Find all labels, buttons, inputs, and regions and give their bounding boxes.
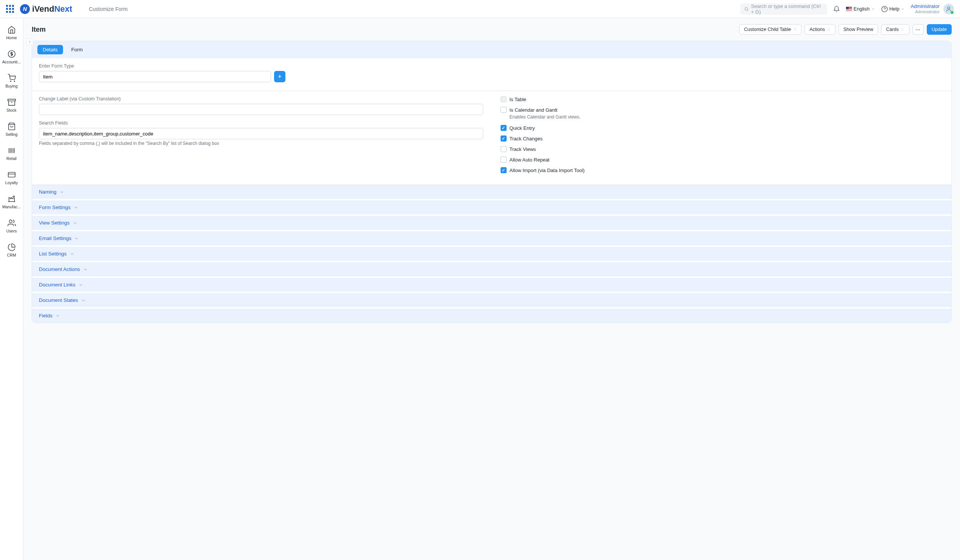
chevron-right-icon bbox=[28, 40, 32, 44]
add-form-type-button[interactable]: + bbox=[274, 71, 285, 82]
chevron-down-icon bbox=[83, 267, 88, 272]
help-label: Help bbox=[890, 6, 899, 12]
checkbox-row-auto-repeat[interactable]: Allow Auto Repeat bbox=[501, 156, 945, 163]
accordion-form-settings[interactable]: Form Settings bbox=[32, 200, 951, 216]
checkbox-track-views[interactable] bbox=[501, 146, 507, 152]
accordion-document-states[interactable]: Document States bbox=[32, 293, 951, 309]
sidebar-item-label: Stock bbox=[6, 108, 16, 112]
logo-badge-icon: N bbox=[20, 4, 30, 14]
more-menu-button[interactable]: ⋯ bbox=[912, 24, 924, 35]
user-name: Administrator bbox=[910, 3, 939, 10]
sidebar-item-home[interactable]: Home bbox=[0, 24, 23, 41]
checkbox-help: Enables Calendar and Gantt views. bbox=[510, 114, 945, 120]
sidebar-item-label: Loyalty bbox=[5, 180, 18, 185]
home-icon bbox=[8, 26, 16, 34]
cards-button[interactable]: Cards⋮ bbox=[881, 24, 909, 35]
svg-point-7 bbox=[14, 81, 15, 81]
card-icon bbox=[8, 171, 16, 179]
accordion-title: Document States bbox=[39, 297, 78, 303]
chevron-down-icon bbox=[60, 190, 64, 194]
accordion-email-settings[interactable]: Email Settings bbox=[32, 231, 951, 247]
form-type-label: Enter Form Type bbox=[39, 64, 944, 69]
search-fields-label: Search Fields bbox=[39, 120, 483, 126]
sidebar-item-label: Accounti... bbox=[2, 60, 21, 64]
sidebar-item-label: Selling bbox=[6, 132, 18, 137]
checkbox-quick-entry[interactable] bbox=[501, 125, 507, 131]
accordion-document-links[interactable]: Document Links bbox=[32, 278, 951, 293]
sidebar-item-label: CRM bbox=[7, 253, 16, 257]
checkbox-label: Quick Entry bbox=[510, 125, 535, 131]
customize-child-table-button[interactable]: Customize Child Table⋮ bbox=[739, 24, 802, 35]
search-fields-input[interactable] bbox=[39, 128, 483, 139]
factory-icon bbox=[8, 195, 16, 203]
checkbox-is-table bbox=[501, 96, 507, 102]
checkbox-label: Is Table bbox=[510, 97, 526, 102]
show-preview-button[interactable]: Show Preview bbox=[838, 24, 878, 35]
accordion-fields[interactable]: Fields bbox=[32, 309, 951, 323]
chevron-down-icon bbox=[74, 205, 78, 210]
sidebar-item-users[interactable]: Users bbox=[0, 217, 23, 235]
sidebar-item-barcode[interactable]: Retail bbox=[0, 145, 23, 162]
accordion-document-actions[interactable]: Document Actions bbox=[32, 262, 951, 278]
checkbox-label: Allow Import (via Data Import Tool) bbox=[510, 168, 585, 173]
topbar: N iVendNext Customize Form Search or typ… bbox=[0, 0, 960, 18]
user-role: Administrator bbox=[910, 10, 939, 14]
dollar-icon bbox=[8, 50, 16, 58]
checkbox-label: Track Changes bbox=[510, 136, 543, 142]
checkbox-auto-repeat[interactable] bbox=[501, 156, 507, 163]
language-label: English bbox=[854, 6, 870, 12]
search-input[interactable]: Search or type a command (Ctrl + G) bbox=[740, 3, 827, 15]
update-button[interactable]: Update bbox=[927, 24, 952, 35]
accordion-list-settings[interactable]: List Settings bbox=[32, 247, 951, 262]
sidebar-item-dollar[interactable]: Accounti... bbox=[0, 48, 23, 65]
actions-button[interactable]: Actions⋮ bbox=[805, 24, 835, 35]
accordion-title: Document Links bbox=[39, 282, 75, 287]
sidebar-item-bag[interactable]: Selling bbox=[0, 121, 23, 138]
apps-menu-icon[interactable] bbox=[6, 5, 14, 13]
svg-point-17 bbox=[9, 220, 12, 223]
box-icon bbox=[8, 98, 16, 107]
checkbox-row-track-changes[interactable]: Track Changes bbox=[501, 136, 945, 142]
chevron-down-icon bbox=[74, 236, 79, 241]
sidebar-item-cart[interactable]: Buying bbox=[0, 72, 23, 90]
checkbox-allow-import[interactable] bbox=[501, 167, 507, 173]
checkbox-row-is-calendar[interactable]: Is Calendar and Gantt bbox=[501, 107, 945, 113]
main-content: Item Customize Child Table⋮ Actions⋮ Sho… bbox=[23, 18, 960, 560]
app-logo[interactable]: N iVendNext bbox=[20, 4, 72, 14]
accordion-view-settings[interactable]: View Settings bbox=[32, 216, 951, 231]
checkbox-label: Allow Auto Repeat bbox=[510, 157, 550, 163]
checkbox-is-calendar[interactable] bbox=[501, 107, 507, 113]
logo-text-1: iVend bbox=[32, 4, 54, 14]
search-icon bbox=[744, 6, 749, 12]
tab-form[interactable]: Form bbox=[66, 45, 88, 54]
sidebar-item-card[interactable]: Loyalty bbox=[0, 169, 23, 187]
language-selector[interactable]: English bbox=[846, 6, 875, 12]
checkbox-row-is-table: Is Table bbox=[501, 96, 945, 102]
help-button[interactable]: Help bbox=[881, 6, 905, 13]
chevron-down-icon bbox=[73, 221, 77, 225]
user-menu[interactable]: Administrator Administrator bbox=[910, 3, 954, 14]
search-fields-help: Fields separated by comma (,) will be in… bbox=[39, 141, 483, 146]
sidebar-item-box[interactable]: Stock bbox=[0, 97, 23, 114]
change-label-input[interactable] bbox=[39, 104, 483, 115]
sidebar-item-factory[interactable]: Manufac... bbox=[0, 193, 23, 211]
dots-icon: ⋯ bbox=[915, 27, 920, 32]
barcode-icon bbox=[8, 147, 16, 155]
users-icon bbox=[8, 219, 16, 227]
sidebar-item-pie[interactable]: CRM bbox=[0, 241, 23, 259]
checkbox-row-quick-entry[interactable]: Quick Entry bbox=[501, 125, 945, 131]
checkbox-row-allow-import[interactable]: Allow Import (via Data Import Tool) bbox=[501, 167, 945, 173]
sidebar-expand-button[interactable] bbox=[26, 38, 33, 45]
accordion-naming[interactable]: Naming bbox=[32, 185, 951, 200]
chevron-down-icon bbox=[70, 252, 74, 256]
tab-details[interactable]: Details bbox=[37, 45, 63, 54]
checkbox-row-track-views[interactable]: Track Views bbox=[501, 146, 945, 152]
accordion-title: Form Settings bbox=[39, 204, 70, 210]
notifications-button[interactable] bbox=[833, 6, 840, 13]
breadcrumb[interactable]: Customize Form bbox=[89, 6, 128, 12]
form-type-input[interactable] bbox=[39, 71, 271, 82]
accordion-title: Fields bbox=[39, 313, 53, 319]
accordion-title: Document Actions bbox=[39, 266, 80, 272]
flag-us-icon bbox=[846, 7, 852, 11]
checkbox-track-changes[interactable] bbox=[501, 136, 507, 142]
